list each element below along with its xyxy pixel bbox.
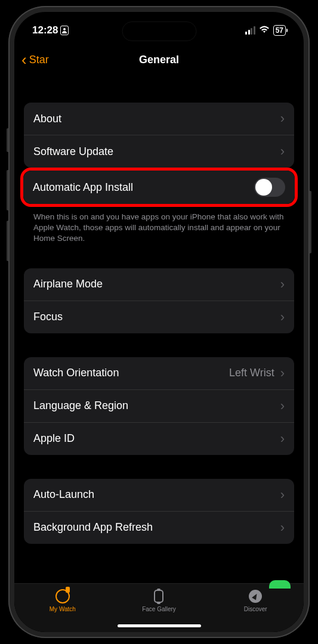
content-scroll[interactable]: About › Software Update › Automatic App … <box>14 74 304 587</box>
chevron-right-icon: › <box>280 431 285 447</box>
cellular-signal-icon <box>245 26 255 35</box>
watch-case-icon <box>154 590 163 603</box>
partial-toggle-peek <box>269 580 291 589</box>
watch-dial-icon <box>55 589 70 603</box>
chevron-left-icon: ‹ <box>21 51 27 69</box>
contact-icon <box>60 26 69 35</box>
volume-down-button <box>7 221 8 261</box>
chevron-right-icon: › <box>280 520 285 535</box>
status-time: 12:28 <box>32 24 58 36</box>
phone-frame: 12:28 57 ‹ Star G <box>8 6 310 638</box>
settings-group-3: Watch Orientation Left Wrist › Language … <box>24 357 294 455</box>
tab-my-watch[interactable]: My Watch <box>33 589 92 612</box>
airplane-mode-row[interactable]: Airplane Mode › <box>24 268 294 301</box>
language-region-row[interactable]: Language & Region › <box>24 390 294 423</box>
chevron-right-icon: › <box>280 398 285 414</box>
focus-row[interactable]: Focus › <box>24 301 294 333</box>
settings-group-2: Airplane Mode › Focus › <box>24 268 294 333</box>
auto-install-footer: When this is on and you have apps on you… <box>24 207 294 244</box>
compass-icon <box>249 590 262 603</box>
toggle-knob <box>255 179 272 196</box>
power-button <box>310 191 311 253</box>
chevron-right-icon: › <box>280 277 285 292</box>
svg-point-0 <box>63 28 66 30</box>
tab-discover[interactable]: Discover <box>226 589 285 612</box>
settings-group-1: About › Software Update › <box>24 103 294 168</box>
auto-launch-row[interactable]: Auto-Launch › <box>24 479 294 512</box>
chevron-right-icon: › <box>280 487 285 503</box>
highlight-annotation: Automatic App Install <box>20 168 298 207</box>
background-app-refresh-row[interactable]: Background App Refresh › <box>24 512 294 544</box>
silent-switch <box>7 128 8 152</box>
tab-face-gallery[interactable]: Face Gallery <box>129 589 189 612</box>
automatic-app-install-toggle[interactable] <box>254 178 285 197</box>
about-row[interactable]: About › <box>24 103 294 135</box>
volume-up-button <box>7 170 8 210</box>
chevron-right-icon: › <box>280 144 285 159</box>
chevron-right-icon: › <box>280 366 285 381</box>
chevron-right-icon: › <box>280 111 285 126</box>
navigation-bar: ‹ Star General <box>14 45 304 74</box>
home-indicator[interactable] <box>118 624 201 627</box>
back-label: Star <box>29 54 49 66</box>
watch-orientation-row[interactable]: Watch Orientation Left Wrist › <box>24 357 294 390</box>
battery-icon: 57 <box>273 25 286 36</box>
apple-id-row[interactable]: Apple ID › <box>24 423 294 455</box>
dynamic-island <box>122 21 196 41</box>
automatic-app-install-row[interactable]: Automatic App Install <box>23 171 295 204</box>
orientation-value: Left Wrist <box>229 367 274 379</box>
chevron-right-icon: › <box>280 309 285 325</box>
settings-group-4: Auto-Launch › Background App Refresh › <box>24 479 294 544</box>
software-update-row[interactable]: Software Update › <box>24 135 294 168</box>
screen: 12:28 57 ‹ Star G <box>14 12 304 632</box>
wifi-icon <box>259 25 270 36</box>
back-button[interactable]: ‹ Star <box>21 51 49 69</box>
page-title: General <box>139 54 179 66</box>
